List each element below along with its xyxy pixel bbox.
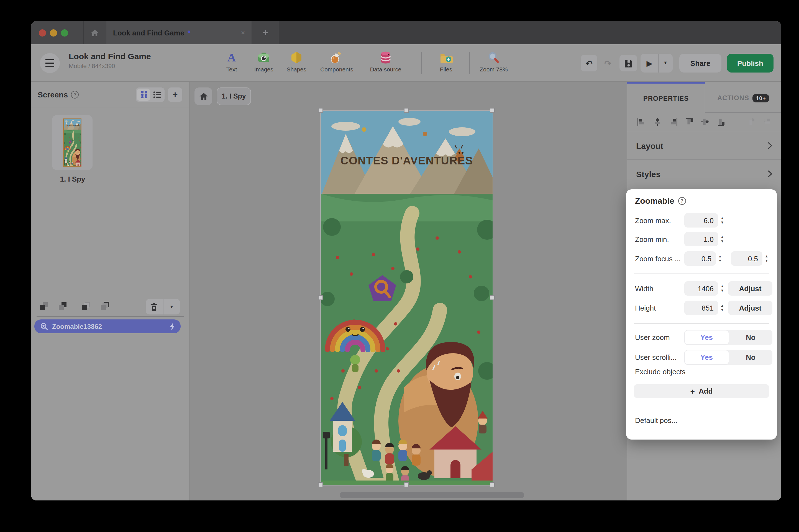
align-bottom-icon[interactable] — [717, 117, 726, 126]
user-scrolling-yes[interactable]: Yes — [684, 350, 729, 365]
zoom-min-row: Zoom min. ▲ ▼ — [626, 232, 777, 246]
step-down-icon[interactable]: ▼ — [765, 259, 768, 263]
step-down-icon[interactable]: ▼ — [719, 259, 722, 263]
user-scrolling-row: User scrolli... Yes No — [626, 350, 777, 365]
bring-to-front-icon[interactable] — [58, 301, 68, 311]
tool-text[interactable]: A Text — [216, 50, 247, 73]
minimize-window-button[interactable] — [50, 29, 57, 36]
grid-view-button[interactable] — [137, 88, 150, 100]
height-input[interactable] — [684, 301, 718, 315]
save-button[interactable] — [619, 55, 637, 71]
zoom-focus-x-stepper[interactable]: ▲ ▼ — [716, 251, 724, 266]
send-to-back-icon[interactable] — [100, 301, 110, 311]
zoom-focus-y-input[interactable] — [731, 251, 762, 266]
align-top-icon[interactable] — [685, 117, 693, 126]
bring-forward-icon[interactable] — [39, 301, 49, 311]
height-stepper[interactable]: ▲ ▼ — [718, 301, 726, 315]
selection-handle[interactable] — [490, 482, 495, 487]
step-up-icon[interactable]: ▲ — [765, 254, 768, 258]
tool-components[interactable]: Components — [320, 50, 351, 73]
tool-files[interactable]: Files — [431, 50, 461, 73]
tool-data-source[interactable]: Data source — [367, 50, 404, 73]
align-right-icon[interactable] — [669, 117, 677, 126]
share-button[interactable]: Share — [679, 54, 722, 73]
tool-zoom[interactable]: Zoom 78% — [476, 50, 511, 73]
width-input[interactable] — [684, 281, 718, 296]
home-tab-button[interactable] — [84, 21, 106, 44]
step-up-icon[interactable]: ▲ — [721, 284, 724, 288]
breadcrumb-home-button[interactable] — [195, 88, 212, 105]
tab-actions[interactable]: ACTIONS 10+ — [705, 82, 781, 113]
zoom-focus-y-stepper[interactable]: ▲ ▼ — [762, 251, 771, 266]
tool-shapes[interactable]: Shapes — [281, 50, 312, 73]
menu-button[interactable] — [40, 53, 60, 73]
breadcrumb-screen-chip[interactable]: 1. I Spy — [217, 88, 251, 105]
align-center-vertical-icon[interactable] — [701, 117, 709, 126]
list-view-button[interactable] — [150, 88, 163, 100]
zoom-focus-x-input[interactable] — [684, 251, 716, 266]
publish-button[interactable]: Publish — [727, 54, 774, 73]
step-up-icon[interactable]: ▲ — [721, 235, 724, 239]
step-down-icon[interactable]: ▼ — [721, 308, 724, 312]
step-up-icon[interactable]: ▲ — [721, 304, 724, 307]
maximize-window-button[interactable] — [61, 29, 68, 36]
add-screen-button[interactable]: + — [168, 87, 182, 101]
play-options-button[interactable]: ▼ — [659, 54, 672, 73]
database-icon — [367, 50, 404, 65]
document-tab[interactable]: Look and Find Game * × — [106, 21, 252, 44]
flask-icon — [320, 50, 351, 65]
selection-handle[interactable] — [404, 108, 409, 113]
close-window-button[interactable] — [39, 29, 46, 36]
align-left-icon[interactable] — [637, 117, 646, 126]
project-subtitle: Mobile / 844x390 — [69, 62, 151, 69]
user-scrolling-no[interactable]: No — [729, 350, 773, 365]
send-backward-icon[interactable] — [81, 301, 91, 311]
selection-handle[interactable] — [490, 295, 495, 300]
user-zoom-yes[interactable]: Yes — [684, 330, 729, 345]
distribute-horizontal-icon[interactable] — [763, 117, 771, 126]
undo-button[interactable]: ↶ — [581, 55, 597, 71]
delete-options-button[interactable]: ▼ — [163, 299, 180, 315]
selection-handle[interactable] — [490, 108, 495, 113]
zoom-min-input[interactable] — [684, 232, 718, 246]
tab-properties[interactable]: PROPERTIES — [627, 82, 705, 113]
section-styles[interactable]: Styles — [627, 160, 781, 188]
step-up-icon[interactable]: ▲ — [721, 216, 724, 220]
adjust-width-button[interactable]: Adjust — [728, 281, 773, 296]
screen-card[interactable] — [52, 115, 93, 170]
help-icon[interactable]: ? — [678, 197, 686, 205]
screen-name[interactable]: 1. I Spy — [31, 175, 114, 183]
editor-canvas[interactable]: 1. I Spy — [189, 82, 627, 500]
zoom-max-input[interactable] — [684, 213, 718, 228]
layer-order-toolbar: ▼ — [31, 298, 189, 316]
step-down-icon[interactable]: ▼ — [721, 221, 724, 225]
selection-handle[interactable] — [318, 482, 323, 487]
zoom-min-stepper[interactable]: ▲ ▼ — [718, 232, 726, 246]
tool-images[interactable]: Images — [248, 50, 279, 73]
distribute-vertical-icon[interactable] — [747, 117, 756, 126]
step-down-icon[interactable]: ▼ — [721, 240, 724, 243]
zoomable-image-object[interactable] — [321, 111, 493, 485]
step-up-icon[interactable]: ▲ — [719, 254, 722, 258]
selection-handle[interactable] — [404, 482, 409, 487]
close-tab-icon[interactable]: × — [241, 29, 245, 37]
width-stepper[interactable]: ▲ ▼ — [718, 281, 726, 296]
add-exclude-object-button[interactable]: + Add — [634, 384, 769, 398]
layer-item-selected[interactable]: Zoomable13862 — [34, 319, 181, 333]
user-zoom-no[interactable]: No — [729, 330, 773, 345]
new-tab-button[interactable]: + — [252, 21, 279, 44]
zoom-max-stepper[interactable]: ▲ ▼ — [718, 213, 726, 228]
delete-layer-button[interactable] — [146, 299, 163, 315]
align-center-horizontal-icon[interactable] — [653, 117, 661, 126]
plus-icon: + — [172, 90, 178, 99]
step-down-icon[interactable]: ▼ — [721, 289, 724, 292]
selection-handle[interactable] — [318, 295, 323, 300]
camera-icon — [248, 50, 279, 65]
selection-handle[interactable] — [318, 108, 323, 113]
help-icon[interactable]: ? — [71, 91, 79, 98]
redo-button[interactable]: ↷ — [600, 55, 616, 71]
play-button[interactable]: ▶ — [640, 54, 659, 73]
horizontal-scrollbar[interactable] — [340, 492, 524, 498]
section-layout[interactable]: Layout — [627, 132, 781, 159]
adjust-height-button[interactable]: Adjust — [728, 301, 773, 315]
